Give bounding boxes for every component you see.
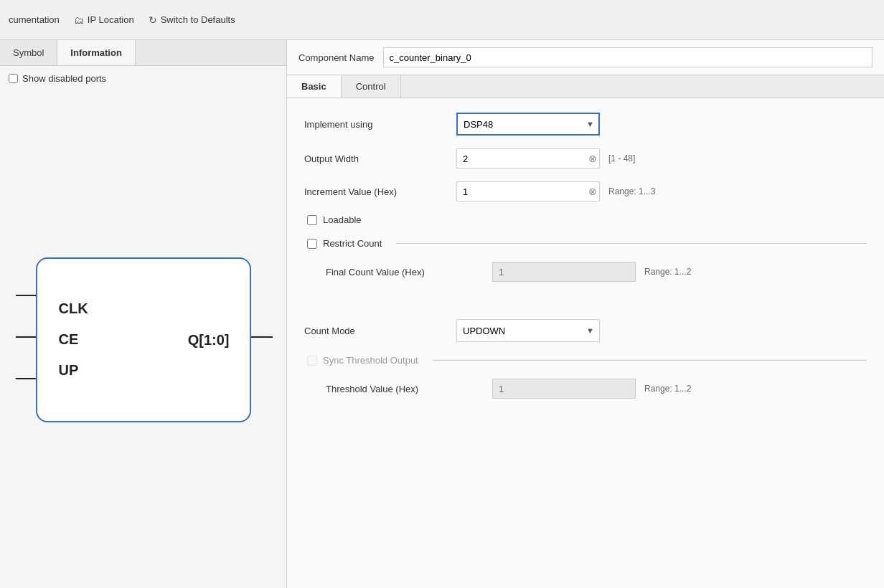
sync-threshold-label: Sync Threshold Output [323,355,418,366]
show-disabled-checkbox[interactable] [9,74,18,83]
count-mode-select[interactable]: UPDOWN UP DOWN [456,319,600,342]
sync-threshold-row: Sync Threshold Output [304,355,867,366]
increment-value-row: Increment Value (Hex) ⊗ Range: 1...3 [304,181,867,201]
right-panel: Component Name Basic Control Implement u… [287,40,884,588]
component-symbol-box: CLK CE UP Q[1:0] [36,257,251,422]
increment-value-input[interactable] [456,181,600,201]
config-body: Implement using DSP48 Fabric ▼ Output Wi… [287,98,884,413]
tab-control[interactable]: Control [342,75,401,98]
config-tabs: Basic Control [287,75,884,98]
loadable-row: Loadable [304,214,867,225]
show-disabled-ports-row: Show disabled ports [0,66,286,91]
documentation-item[interactable]: cumentation [9,14,60,25]
tab-symbol[interactable]: Symbol [0,40,57,65]
count-mode-select-wrapper: UPDOWN UP DOWN ▼ [456,319,600,342]
sync-threshold-checkbox [307,356,317,366]
final-count-value-row: Final Count Value (Hex) Range: 1...2 [304,262,867,282]
output-width-clear-btn[interactable]: ⊗ [588,153,597,164]
count-mode-label: Count Mode [304,326,448,336]
implement-using-select-wrapper: DSP48 Fabric ▼ [456,113,600,136]
tab-information[interactable]: Information [57,40,136,65]
final-count-value-label: Final Count Value (Hex) [326,267,484,278]
restrict-count-checkbox[interactable] [307,239,317,249]
restrict-count-line [396,243,867,244]
up-wire-left [16,378,36,379]
increment-value-clear-btn[interactable]: ⊗ [588,186,597,197]
sync-threshold-checkbox-row: Sync Threshold Output [304,355,418,366]
symbol-canvas: CLK CE UP Q[1:0] [0,91,286,588]
increment-value-input-wrapper: ⊗ [456,181,600,201]
ip-location-label: IP Location [88,14,134,25]
sync-threshold-line [433,360,867,361]
loadable-checkbox[interactable] [307,215,317,225]
component-name-bar: Component Name [287,40,884,75]
refresh-icon: ↻ [149,14,157,26]
loadable-label[interactable]: Loadable [323,214,362,225]
output-width-row: Output Width ⊗ [1 - 48] [304,148,867,169]
toolbar: cumentation 🗂 IP Location ↻ Switch to De… [0,0,884,40]
output-width-hint: [1 - 48] [608,153,635,163]
restrict-count-checkbox-row: Restrict Count [304,238,382,249]
left-panel: Symbol Information Show disabled ports C… [0,40,287,588]
switch-defaults-label: Switch to Defaults [161,14,235,25]
increment-value-hint: Range: 1...3 [608,186,655,196]
switch-defaults-item[interactable]: ↻ Switch to Defaults [149,14,235,26]
component-name-input[interactable] [383,47,873,67]
output-width-label: Output Width [304,153,448,164]
final-count-value-input [492,262,636,282]
clk-port-label: CLK [59,300,250,317]
ce-wire-left [16,336,36,338]
left-tabs: Symbol Information [0,40,286,66]
component-name-label: Component Name [298,52,375,63]
main-layout: Symbol Information Show disabled ports C… [0,40,884,588]
q-wire-right [251,336,273,338]
restrict-count-label[interactable]: Restrict Count [323,238,382,249]
implement-using-row: Implement using DSP48 Fabric ▼ [304,113,867,136]
up-port-label: UP [59,362,250,379]
increment-value-label: Increment Value (Hex) [304,186,448,197]
threshold-value-input-wrapper [492,379,636,399]
implement-using-select[interactable]: DSP48 Fabric [456,113,600,136]
final-count-value-hint: Range: 1...2 [644,267,691,277]
ip-location-item[interactable]: 🗂 IP Location [74,14,134,26]
threshold-value-row: Threshold Value (Hex) Range: 1...2 [304,379,867,399]
count-mode-row: Count Mode UPDOWN UP DOWN ▼ [304,319,867,342]
restrict-count-row: Restrict Count [304,238,867,249]
show-disabled-label: Show disabled ports [22,73,106,84]
folder-icon: 🗂 [74,14,84,26]
implement-using-label: Implement using [304,119,448,130]
section-divider-1 [304,295,867,306]
q-port-label: Q[1:0] [188,331,230,348]
output-width-input-wrapper: ⊗ [456,148,600,169]
clk-wire-left [16,295,36,296]
threshold-value-hint: Range: 1...2 [644,384,691,394]
tab-basic[interactable]: Basic [287,75,342,98]
threshold-value-label: Threshold Value (Hex) [326,384,484,394]
output-width-input[interactable] [456,148,600,169]
documentation-label: cumentation [9,14,60,25]
final-count-value-input-wrapper [492,262,636,282]
threshold-value-input [492,379,636,399]
